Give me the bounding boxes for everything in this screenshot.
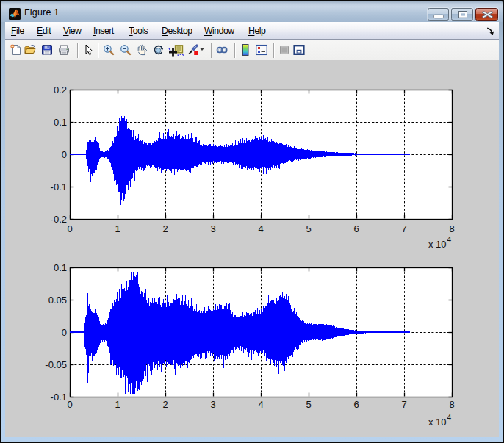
svg-text:8: 8: [449, 399, 454, 410]
svg-text:-0.1: -0.1: [51, 181, 67, 192]
svg-text:7: 7: [401, 399, 406, 410]
svg-text:-0.2: -0.2: [51, 214, 67, 225]
svg-text:0.1: 0.1: [54, 262, 67, 273]
svg-text:3: 3: [210, 223, 215, 234]
svg-text:0: 0: [62, 149, 67, 160]
svg-text:2: 2: [162, 223, 168, 234]
svg-text:4: 4: [447, 236, 452, 244]
svg-text:4: 4: [447, 414, 452, 422]
svg-text:2: 2: [162, 399, 168, 410]
svg-text:0: 0: [67, 223, 72, 234]
svg-text:5: 5: [306, 223, 311, 234]
svg-text:1: 1: [115, 223, 120, 234]
svg-text:4: 4: [258, 399, 263, 410]
svg-text:x 10: x 10: [428, 239, 447, 250]
svg-text:0.2: 0.2: [54, 84, 67, 96]
svg-text:4: 4: [258, 223, 263, 234]
svg-text:0: 0: [67, 399, 72, 410]
svg-text:5: 5: [306, 399, 311, 410]
svg-text:8: 8: [449, 223, 454, 234]
svg-text:0.1: 0.1: [54, 117, 67, 128]
svg-text:6: 6: [353, 399, 359, 410]
svg-text:x 10: x 10: [428, 417, 447, 428]
svg-text:6: 6: [353, 223, 359, 234]
svg-text:1: 1: [115, 399, 120, 410]
svg-text:0: 0: [62, 327, 67, 338]
svg-text:0.05: 0.05: [48, 295, 67, 306]
svg-text:3: 3: [210, 399, 215, 410]
svg-text:7: 7: [401, 223, 406, 234]
svg-text:-0.05: -0.05: [45, 359, 67, 370]
svg-text:-0.1: -0.1: [51, 392, 67, 403]
